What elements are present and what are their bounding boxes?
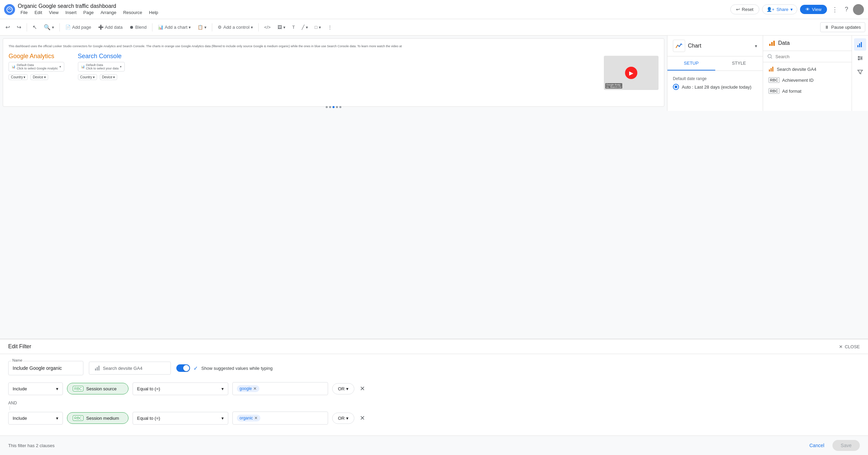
side-icon-panel: [852, 36, 868, 111]
undo-button[interactable]: ↩: [3, 22, 13, 32]
shape-button[interactable]: □: [312, 23, 324, 32]
line-button[interactable]: ╱: [299, 23, 311, 32]
add-chart-chevron-icon: [189, 25, 191, 30]
toolbar: ↩ ↪ ↖ 🔍 📄 Add page ➕ Add data ⏺ Blend 📊 …: [0, 19, 868, 36]
toolbar-divider-4: [212, 23, 212, 31]
filter-icon-button[interactable]: [854, 66, 866, 78]
person-add-icon: 👤+: [767, 7, 775, 12]
data-item-ga4[interactable]: Search devsite GA4: [763, 64, 852, 75]
chart-panel: Chart ▾ SETUP STYLE Default date range A…: [667, 36, 763, 111]
view-button[interactable]: 👁 View: [800, 5, 827, 14]
reset-button[interactable]: ↩ Reset: [730, 4, 759, 14]
svg-line-5: [771, 57, 772, 58]
add-data-button[interactable]: ➕ Add data: [95, 23, 125, 32]
dashboard-description: This dashboard uses the official Looker …: [9, 44, 496, 49]
zoom-chevron-icon: [52, 25, 54, 30]
data-search-input[interactable]: [775, 54, 847, 59]
svg-rect-8: [772, 67, 773, 72]
top-bar: Organic Google search traffic dashboard …: [0, 0, 868, 19]
video-thumbnail[interactable]: ▶ Google Analyvs. Search Co: [604, 56, 659, 90]
image-icon: 🖼: [277, 25, 282, 30]
zoom-icon: 🔍: [44, 24, 51, 30]
reset-icon: ↩: [736, 7, 740, 12]
svg-rect-2: [771, 42, 773, 46]
data-panel-icon: [769, 40, 775, 47]
date-range-label: Default date range: [673, 76, 757, 81]
menu-page[interactable]: Page: [81, 9, 96, 16]
scorecard-chevron-icon: [204, 25, 206, 30]
menu-arrange[interactable]: Arrange: [98, 9, 119, 16]
add-scorecard-button[interactable]: 📋: [195, 23, 209, 32]
help-button[interactable]: ?: [843, 4, 850, 15]
share-button[interactable]: 👤+ Share ▾: [762, 4, 797, 14]
date-range-radio[interactable]: [673, 84, 679, 90]
play-button[interactable]: ▶: [625, 67, 637, 79]
radio-inner: [675, 86, 677, 88]
device-dropdown-2[interactable]: Device ▾: [100, 74, 118, 80]
menu-view[interactable]: View: [46, 9, 61, 16]
toolbar-divider-2: [59, 23, 60, 31]
data-icon-button[interactable]: [854, 38, 866, 51]
data-items-list: Search devsite GA4 RBC Achievement ID RB…: [763, 62, 852, 98]
pause-updates-button[interactable]: ⏸ Pause updates: [820, 22, 865, 32]
more-options-button[interactable]: ⋮: [830, 4, 840, 15]
code-button[interactable]: </>: [261, 23, 273, 32]
menu-edit[interactable]: Edit: [32, 9, 45, 16]
chart-panel-content: Default date range Auto : Last 28 days (…: [667, 71, 763, 111]
redo-button[interactable]: ↪: [14, 22, 24, 32]
data-search-area: [763, 51, 852, 62]
zoom-button[interactable]: 🔍: [41, 22, 57, 32]
add-chart-button[interactable]: 📊 Add a chart: [155, 23, 194, 32]
control-icon: ⚙: [218, 25, 222, 30]
pause-icon: ⏸: [825, 25, 829, 30]
svg-point-13: [861, 57, 862, 59]
chart-chevron-icon[interactable]: ▾: [755, 43, 757, 49]
svg-rect-1: [769, 44, 771, 46]
sc-data-source-box[interactable]: 📊 Default DataClick to select your data …: [78, 62, 125, 72]
add-control-button[interactable]: ⚙ Add a control: [215, 23, 256, 32]
menu-insert[interactable]: Insert: [63, 9, 79, 16]
dot-1: [326, 106, 328, 108]
properties-icon-button[interactable]: [854, 52, 866, 64]
device-chevron-icon-1: ▾: [44, 75, 46, 79]
data-item-achievement[interactable]: RBC Achievement ID: [763, 75, 852, 86]
slide-dots: [326, 106, 341, 108]
text-button[interactable]: T: [289, 23, 298, 32]
svg-point-14: [858, 59, 859, 60]
eye-icon: 👁: [805, 7, 810, 12]
data-side-panel: Data Search devsite GA4 RBC Achievement …: [763, 36, 852, 111]
ga-data-source-box[interactable]: 📊 Default DataClick to select Google Ana…: [9, 62, 64, 72]
ds2-chevron-icon: ▾: [120, 65, 122, 68]
sc-logo: Search Console: [78, 53, 125, 60]
country-dropdown-2[interactable]: Country ▾: [78, 74, 97, 80]
image-button[interactable]: 🖼: [275, 23, 288, 32]
preview-logos: Google Analytics 📊 Default DataClick to …: [9, 53, 659, 80]
top-bar-actions: ↩ Reset 👤+ Share ▾ 👁 View ⋮ ?: [730, 4, 864, 15]
country-dropdown-1[interactable]: Country ▾: [9, 74, 28, 80]
code-icon: </>: [264, 25, 271, 30]
add-page-button[interactable]: 📄 Add page: [63, 23, 94, 32]
title-area: Organic Google search traffic dashboard …: [18, 3, 728, 16]
user-avatar[interactable]: [853, 4, 864, 15]
dot-3: [333, 106, 335, 108]
menu-help[interactable]: Help: [146, 9, 161, 16]
more-toolbar-button[interactable]: ⋮: [325, 23, 335, 32]
menu-resource[interactable]: Resource: [120, 9, 145, 16]
data-item-adformat[interactable]: RBC Ad format: [763, 86, 852, 96]
cursor-icon: ↖: [32, 24, 37, 30]
scorecard-icon: 📋: [198, 25, 203, 30]
country-chevron-icon-2: ▾: [93, 75, 95, 79]
tab-setup[interactable]: SETUP: [667, 56, 715, 70]
menu-file[interactable]: File: [18, 9, 30, 16]
sc-controls: Country ▾ Device ▾: [78, 74, 125, 80]
bar-chart-icon-small: 📊: [12, 65, 15, 68]
device-chevron-icon-2: ▾: [113, 75, 115, 79]
undo-icon: ↩: [5, 24, 10, 30]
menu-bar: File Edit View Insert Page Arrange Resou…: [18, 9, 728, 16]
data-panel-title: Data: [778, 40, 790, 46]
line-icon: ╱: [302, 25, 304, 30]
blend-button[interactable]: ⏺ Blend: [127, 23, 149, 32]
select-tool-button[interactable]: ↖: [30, 22, 40, 32]
tab-style[interactable]: STYLE: [715, 56, 763, 70]
device-dropdown-1[interactable]: Device ▾: [30, 74, 48, 80]
